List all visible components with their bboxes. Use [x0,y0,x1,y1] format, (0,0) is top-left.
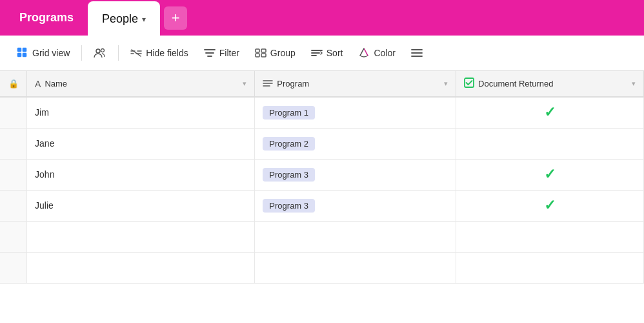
table-row[interactable]: JohnProgram 3✓ [0,159,644,190]
row-lock-cell [0,190,27,221]
add-tab-button[interactable]: + [164,6,187,30]
table-row[interactable]: JimProgram 1✓ [0,97,644,128]
row-name-cell[interactable]: Jane [27,128,255,159]
filter-label: Filter [219,48,239,58]
program-badge: Program 1 [263,106,315,120]
empty-doc-cell [456,221,644,252]
name-col-header[interactable]: A Name ▾ [27,71,255,97]
row-doc-cell [456,128,644,159]
svg-rect-3 [23,53,26,57]
svg-rect-15 [256,54,259,57]
select-field-icon [263,79,273,89]
row-doc-cell: ✓ [456,159,644,190]
row-program-cell[interactable]: Program 3 [255,190,456,221]
lock-col-header: 🔒 [0,71,27,97]
checkmark-icon: ✓ [544,197,556,213]
tab-bar: Programs People ▾ + [0,0,644,36]
doc-col-arrow: ▾ [632,79,636,88]
group-button[interactable]: Group [248,44,302,62]
tab-programs-label: Programs [19,11,74,25]
checkmark-icon: ✓ [544,104,556,120]
empty-program-cell[interactable] [255,221,456,252]
filter-icon [204,48,216,57]
row-lock-cell [0,159,27,190]
more-button[interactable] [405,45,429,61]
color-label: Color [374,48,395,58]
row-name-cell[interactable]: Jim [27,97,255,128]
hide-fields-icon [130,48,142,57]
name-col-label: Name [45,79,67,89]
group-label: Group [270,48,296,58]
svg-rect-2 [17,53,21,57]
program-badge: Program 3 [263,168,315,182]
table-row-empty[interactable] [0,252,644,283]
svg-rect-0 [17,48,21,52]
row-doc-cell: ✓ [456,97,644,128]
table-header-row: 🔒 A Name ▾ [0,71,644,97]
table-row[interactable]: JaneProgram 2 [0,128,644,159]
people-icon [94,48,106,58]
sort-button[interactable]: Sort [305,44,350,62]
table-row[interactable]: JulieProgram 3✓ [0,190,644,221]
row-lock-cell [0,128,27,159]
empty-lock-cell [0,221,27,252]
row-program-cell[interactable]: Program 3 [255,159,456,190]
hide-fields-label: Hide fields [146,48,188,58]
program-col-arrow: ▾ [444,79,448,88]
color-icon [358,48,370,58]
svg-rect-16 [261,49,266,52]
table-row-empty[interactable] [0,221,644,252]
doc-col-label: Document Returned [478,79,553,89]
name-col-arrow: ▾ [243,79,247,88]
empty-name-cell[interactable] [27,252,255,283]
row-name-cell[interactable]: Julie [27,190,255,221]
empty-name-cell[interactable] [27,221,255,252]
hide-fields-button[interactable]: Hide fields [124,44,194,62]
toolbar-divider-1 [81,45,82,61]
empty-doc-cell [456,252,644,283]
doc-col-header[interactable]: Document Returned ▾ [456,71,644,97]
program-badge: Program 3 [263,199,315,213]
checkmark-icon: ✓ [544,166,556,182]
svg-rect-1 [23,48,26,52]
empty-lock-cell [0,252,27,283]
tab-people[interactable]: People ▾ [88,1,160,37]
grid-view-icon [17,47,28,59]
empty-program-cell[interactable] [255,252,456,283]
add-tab-icon: + [172,11,180,25]
lock-icon: 🔒 [8,79,19,89]
svg-point-4 [96,49,100,53]
grid-view-label: Grid view [32,48,70,58]
row-program-cell[interactable]: Program 2 [255,128,456,159]
row-program-cell[interactable]: Program 1 [255,97,456,128]
toolbar: Grid view Hide fields [0,36,644,71]
group-icon [255,48,267,57]
program-col-header[interactable]: Program ▾ [255,71,456,97]
toolbar-divider-2 [118,45,119,61]
text-field-icon: A [35,79,41,89]
sort-label: Sort [327,48,343,58]
color-button[interactable]: Color [352,44,401,62]
more-icon [411,48,423,57]
svg-rect-17 [261,54,266,57]
program-badge: Program 2 [263,137,315,151]
tab-programs[interactable]: Programs [5,0,88,36]
row-doc-cell: ✓ [456,190,644,221]
row-name-cell[interactable]: John [27,159,255,190]
checkbox-field-icon [464,78,474,90]
tab-people-dropdown-icon: ▾ [142,15,146,24]
sort-icon [311,48,323,57]
filter-button[interactable]: Filter [197,44,246,62]
svg-rect-14 [256,49,259,52]
row-lock-cell [0,97,27,128]
people-view-button[interactable] [87,44,113,62]
data-table: 🔒 A Name ▾ [0,71,644,284]
grid-view-button[interactable]: Grid view [10,43,76,63]
program-col-label: Program [277,79,309,89]
tab-people-label: People [102,12,138,26]
svg-point-5 [101,49,105,52]
